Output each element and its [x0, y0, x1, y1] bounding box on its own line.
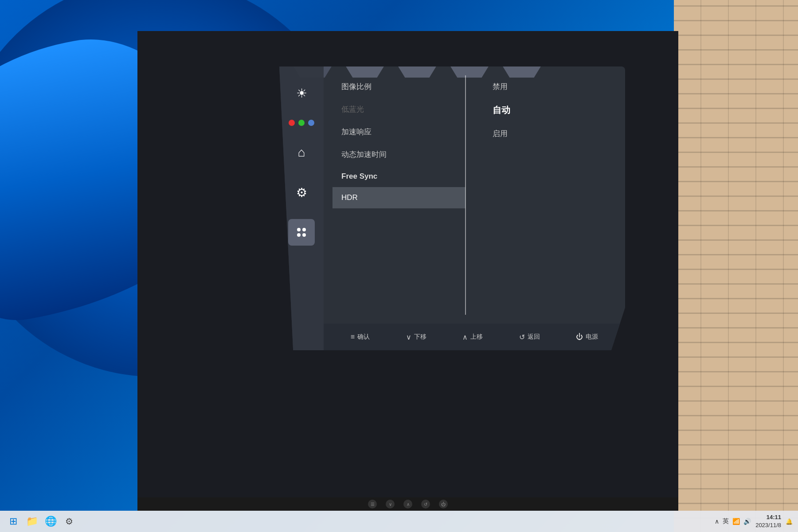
osd-overlay: SANC 180Hz 刷新率 启用 Free Sync 80 亮度 标准	[137, 31, 678, 497]
files-icon[interactable]: 📁	[24, 513, 40, 529]
back-btn[interactable]: ↺ 返回	[519, 333, 540, 341]
menu-item-dynamic[interactable]: 动态加速时间	[332, 143, 466, 166]
power-btn[interactable]: ⏻ 电源	[576, 333, 598, 341]
bottom-controls-bar: ≡ 确认 ∨ 下移 ∧ 上移 ↺ 返回 ⏻ 电源	[324, 324, 625, 350]
menu-item-freesync[interactable]: Free Sync	[332, 166, 466, 187]
back-label: 返回	[528, 333, 540, 341]
menu-item-bluelight[interactable]: 低蓝光	[332, 98, 466, 121]
refresh-rate-label: 刷新率	[357, 58, 373, 65]
clock-time: 14:11	[755, 513, 781, 521]
down-label: 下移	[414, 333, 426, 341]
mode-value: 标准	[515, 54, 528, 62]
sidebar-brightness[interactable]: ☀	[288, 80, 315, 106]
bezel-btn-4[interactable]: ↺	[421, 500, 430, 509]
tray-wifi[interactable]: 📶	[732, 518, 740, 525]
bezel-btn-2[interactable]: ∨	[386, 500, 395, 509]
dot-green	[298, 120, 305, 126]
notification-bell[interactable]: 🔔	[786, 518, 793, 525]
clock-date: 2023/11/8	[755, 521, 781, 529]
system-tray: ∧ 英 📶 🔊	[715, 517, 751, 525]
brightness-value: 80	[466, 50, 473, 58]
right-item-disabled: 禁用	[484, 75, 617, 98]
svg-point-2	[297, 233, 301, 237]
brand-label: SANC	[298, 52, 327, 63]
divider-line	[466, 75, 466, 315]
brick-wall	[674, 0, 798, 532]
power-icon: ⏻	[576, 333, 583, 341]
main-content: 图像比例 低蓝光 加速响应 动态加速时间 Free Sync HDR 禁用 自动…	[324, 66, 625, 324]
up-icon: ∧	[462, 333, 468, 341]
up-btn[interactable]: ∧ 上移	[462, 333, 483, 341]
monitor-bezel-bottom: ☰ ∨ ∧ ↺ ⏻	[137, 497, 678, 511]
dot-blue	[308, 120, 314, 126]
bezel-btn-5[interactable]: ⏻	[439, 500, 448, 509]
taskbar: ⊞ 📁 🌐 ⚙ ∧ 英 📶 🔊 14:11 2023/11/8 🔔	[0, 511, 798, 532]
confirm-btn[interactable]: ≡ 确认	[351, 333, 370, 341]
up-label: 上移	[470, 333, 483, 341]
tray-arrow[interactable]: ∧	[715, 518, 719, 525]
taskbar-right: ∧ 英 📶 🔊 14:11 2023/11/8 🔔	[715, 513, 793, 529]
down-btn[interactable]: ∨ 下移	[406, 333, 426, 341]
svg-point-0	[297, 228, 301, 231]
back-icon: ↺	[519, 333, 525, 341]
refresh-rate-value: 180Hz	[355, 50, 374, 58]
menu-panel: 图像比例 低蓝光 加速响应 动态加速时间 Free Sync HDR	[332, 75, 466, 315]
brightness-label: 亮度	[464, 58, 475, 65]
down-icon: ∨	[406, 333, 411, 341]
power-label: 电源	[586, 333, 598, 341]
menu-item-aspect[interactable]: 图像比例	[332, 75, 466, 98]
clock: 14:11 2023/11/8	[755, 513, 781, 529]
taskbar-left: ⊞ 📁 🌐 ⚙	[5, 513, 77, 529]
sidebar-settings[interactable]: ⚙	[288, 179, 315, 206]
bezel-btn-3[interactable]: ∧	[403, 500, 412, 509]
taskbar-settings-icon[interactable]: ⚙	[61, 513, 77, 529]
osd-panel: SANC 180Hz 刷新率 启用 Free Sync 80 亮度 标准	[279, 66, 625, 350]
right-panel: 禁用 自动 启用	[466, 75, 617, 315]
freesync-status: 启用	[411, 51, 424, 59]
confirm-icon: ≡	[351, 333, 355, 341]
menu-item-hdr[interactable]: HDR	[332, 187, 466, 208]
right-item-auto: 自动	[484, 98, 617, 122]
menu-item-overdrive[interactable]: 加速响应	[332, 121, 466, 143]
dots-row	[289, 120, 314, 126]
confirm-label: 确认	[357, 333, 370, 341]
svg-point-1	[302, 228, 306, 231]
dot-red	[289, 120, 295, 126]
start-button[interactable]: ⊞	[5, 513, 21, 529]
edge-icon[interactable]: 🌐	[43, 513, 59, 529]
sidebar-home[interactable]: ⌂	[288, 139, 315, 166]
svg-point-3	[302, 233, 306, 237]
sidebar: ☀ ⌂ ⚙	[279, 66, 324, 350]
monitor-screen: SANC 180Hz 刷新率 启用 Free Sync 80 亮度 标准	[137, 31, 678, 497]
freesync-label: Free Sync	[405, 59, 430, 65]
right-item-enabled: 启用	[484, 122, 617, 145]
sidebar-grid[interactable]	[288, 219, 315, 246]
tray-volume[interactable]: 🔊	[743, 518, 751, 525]
tray-lang: 英	[723, 517, 729, 525]
bezel-btn-1[interactable]: ☰	[368, 500, 377, 509]
